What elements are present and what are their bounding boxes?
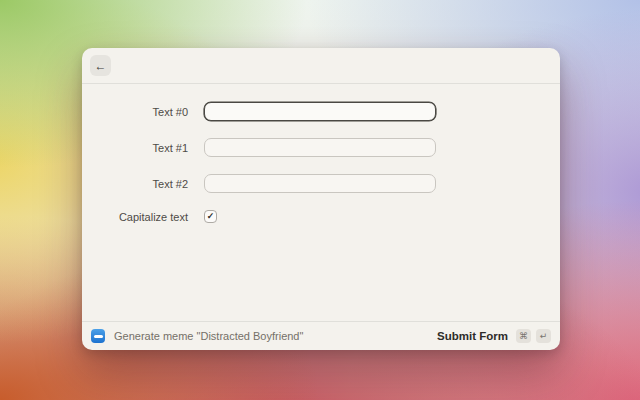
checkmark-icon: ✓: [207, 212, 215, 221]
text1-input[interactable]: [204, 138, 436, 157]
back-button[interactable]: ←: [90, 55, 111, 76]
window-header: ←: [82, 48, 560, 84]
form-row-capitalize: Capitalize text ✓: [82, 210, 560, 223]
capitalize-label: Capitalize text: [82, 211, 188, 223]
submit-form-button[interactable]: Submit Form: [437, 330, 508, 342]
action-title: Generate meme "Distracted Boyfriend": [114, 330, 437, 342]
form-row-text1: Text #1: [82, 138, 560, 157]
form-window: ← Text #0 Text #1 Text #2 Capitalize tex…: [82, 48, 560, 350]
action-bar: Generate meme "Distracted Boyfriend" Sub…: [82, 321, 560, 350]
capitalize-checkbox[interactable]: ✓: [204, 210, 217, 223]
text1-label: Text #1: [82, 142, 188, 154]
imgflip-face-glyph: [94, 335, 103, 339]
imgflip-meme-icon: [91, 329, 105, 343]
command-key-badge: ⌘: [516, 329, 531, 343]
text2-input[interactable]: [204, 174, 436, 193]
text0-label: Text #0: [82, 106, 188, 118]
form-row-text2: Text #2: [82, 174, 560, 193]
text0-input[interactable]: [204, 102, 436, 121]
back-arrow-icon: ←: [95, 60, 107, 72]
form-content: Text #0 Text #1 Text #2 Capitalize text …: [82, 84, 560, 321]
form-row-text0: Text #0: [82, 102, 560, 121]
text2-label: Text #2: [82, 178, 188, 190]
return-key-badge: ↵: [536, 329, 551, 343]
